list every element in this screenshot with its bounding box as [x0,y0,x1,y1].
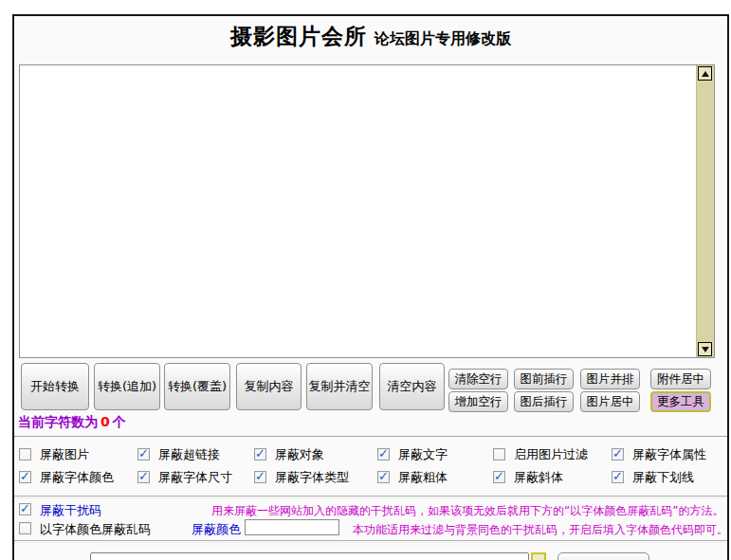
scroll-up-button[interactable] [698,66,712,81]
separator [14,496,727,498]
font-color-noise-label: 以字体颜色屏蔽乱码 [40,521,151,538]
clear-content-button[interactable]: 清空内容 [379,363,445,410]
checkbox[interactable] [254,471,266,483]
char-count-value: 0 [98,414,113,429]
checkbox[interactable] [254,448,266,461]
copy-and-clear-button[interactable]: 复制并清空 [306,363,373,410]
separator [14,540,727,543]
checkbox[interactable] [377,448,390,461]
checkbox-label: 屏蔽超链接 [158,446,220,463]
insert-line-before-image-button[interactable]: 图前插行 [514,369,574,389]
filter-block-object: 屏蔽对象 [254,446,377,462]
filter-enable-image-filter: 启用图片过滤 [493,446,612,462]
insert-line-after-image-button[interactable]: 图后插行 [514,391,574,412]
separator [14,436,727,437]
font-color-noise-checkbox[interactable] [19,522,31,534]
checkbox[interactable] [137,471,150,483]
checkbox-label: 屏蔽对象 [275,446,324,463]
checkbox-label: 屏蔽粗体 [398,469,448,486]
block-noise-checkbox[interactable] [19,503,31,515]
char-count-unit: 个 [113,414,126,429]
app-title: 摄影图片会所 [230,24,367,48]
char-count: 当前字符数为0个 [18,414,126,431]
bottom-action-button[interactable] [557,552,649,560]
filter-block-hyperlink: 屏蔽超链接 [137,446,254,462]
convert-start-button[interactable]: 开始转换 [21,363,89,410]
page-title: 摄影图片会所论坛图片专用修改版 [14,22,727,51]
checkbox[interactable] [612,471,624,483]
filter-block-text: 屏蔽文字 [377,446,493,462]
filter-block-italic: 屏蔽斜体 [493,469,612,485]
color-swatch-button[interactable] [531,552,546,560]
checkbox-label: 屏蔽图片 [40,446,89,463]
convert-overwrite-button[interactable]: 转换(覆盖) [164,363,230,410]
filter-block-font-color: 屏蔽字体颜色 [19,469,137,485]
filter-block-bold: 屏蔽粗体 [377,469,493,485]
checkbox-label: 屏蔽下划线 [632,469,694,486]
char-count-label: 当前字符数为 [18,414,98,429]
font-color-noise-hint: 本功能适用来过滤与背景同色的干扰乱码，开启后填入字体颜色代码即可。 [353,522,728,538]
copy-content-button[interactable]: 复制内容 [236,363,302,410]
remove-blank-lines-button[interactable]: 清除空行 [448,369,508,389]
app-window: 摄影图片会所论坛图片专用修改版 开始转换 转换(追加) 转换(覆盖) 复制内容 … [12,14,729,560]
images-side-by-side-button[interactable]: 图片并排 [580,369,640,389]
filter-block-font-size: 屏蔽字体尺寸 [137,469,254,485]
arrow-down-icon [702,347,709,352]
checkbox-label: 屏蔽字体属性 [632,446,706,463]
checkbox[interactable] [493,471,505,483]
checkbox[interactable] [612,448,624,461]
convert-append-button[interactable]: 转换(追加) [94,363,160,410]
center-image-button[interactable]: 图片居中 [580,391,640,412]
block-noise-hint: 用来屏蔽一些网站加入的隐藏的干扰乱码，如果该项无效后就用下方的“以字体颜色屏蔽乱… [211,503,723,519]
filter-block-image: 屏蔽图片 [19,446,137,462]
checkbox[interactable] [137,448,150,461]
bottom-input[interactable] [90,552,529,560]
checkbox-label: 屏蔽字体类型 [275,469,349,486]
app-subtitle: 论坛图片专用修改版 [375,29,511,47]
arrow-up-icon [702,71,709,77]
block-noise-row: 屏蔽干扰码 用来屏蔽一些网站加入的隐藏的干扰乱码，如果该项无效后就用下方的“以字… [19,502,725,519]
checkbox-label: 屏蔽斜体 [514,469,563,486]
checkbox[interactable] [493,448,505,461]
filter-block-font-type: 屏蔽字体类型 [254,469,377,485]
scroll-down-button[interactable] [698,342,712,356]
scrollbar[interactable] [696,65,714,357]
block-color-input[interactable] [245,519,339,535]
center-attachment-button[interactable]: 附件居中 [650,369,711,389]
filter-block-underline: 屏蔽下划线 [612,469,725,485]
block-noise-label: 屏蔽干扰码 [40,502,101,519]
add-blank-lines-button[interactable]: 增加空行 [448,391,508,412]
block-color-field-label: 屏蔽颜色 [192,521,241,538]
checkbox-label: 屏蔽字体尺寸 [158,469,232,486]
checkbox[interactable] [19,471,31,483]
checkbox-label: 启用图片过滤 [514,446,588,463]
checkbox[interactable] [19,448,31,461]
checkbox-label: 屏蔽字体颜色 [40,469,114,486]
font-color-noise-row: 以字体颜色屏蔽乱码 屏蔽颜色 本功能适用来过滤与背景同色的干扰乱码，开启后填入字… [19,521,725,538]
checkbox-label: 屏蔽文字 [398,446,448,463]
filter-options: 屏蔽图片 屏蔽超链接 屏蔽对象 屏蔽文字 启用图片过滤 屏蔽字体属性 屏蔽字体颜… [19,446,725,485]
content-textarea[interactable] [19,64,715,358]
bottom-toolbar [14,552,727,560]
filter-block-font-attr: 屏蔽字体属性 [612,446,725,462]
more-tools-button[interactable]: 更多工具 [650,391,711,412]
checkbox[interactable] [377,471,390,483]
